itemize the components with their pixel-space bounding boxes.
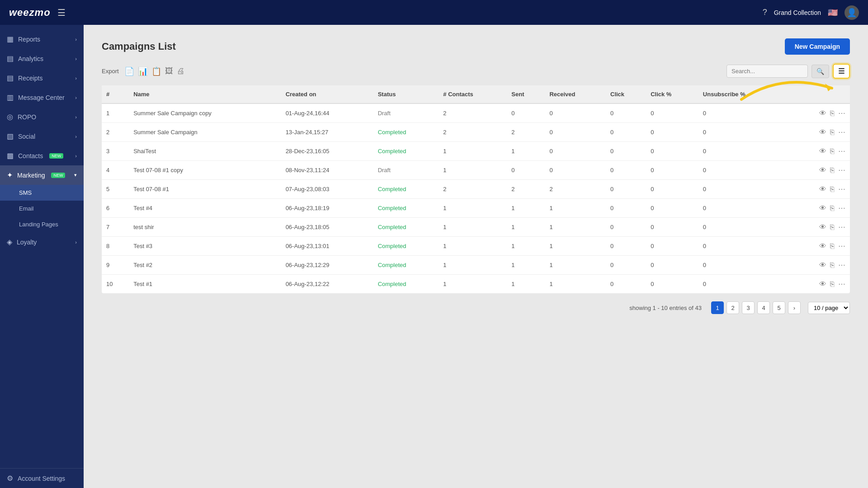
search-button[interactable]: 🔍 [811, 65, 829, 78]
cell-received: 0 [545, 103, 606, 123]
more-icon[interactable]: ⋯ [838, 223, 845, 231]
cell-actions: 👁 ⎘ ⋯ [788, 142, 850, 161]
sidebar-item-label: Social [18, 133, 35, 140]
cell-num: 9 [102, 256, 129, 275]
more-icon[interactable]: ⋯ [838, 204, 845, 212]
copy-icon[interactable]: ⎘ [830, 166, 835, 174]
view-icon[interactable]: 👁 [819, 204, 826, 212]
cell-sent: 1 [507, 256, 545, 275]
view-icon[interactable]: 👁 [819, 109, 826, 117]
more-icon[interactable]: ⋯ [838, 242, 845, 250]
copy-icon[interactable]: ⎘ [830, 204, 835, 212]
cell-contacts: 1 [439, 218, 507, 237]
page-next-btn[interactable]: › [788, 301, 801, 314]
view-icon[interactable]: 👁 [819, 147, 826, 155]
page-btn-3[interactable]: 3 [742, 301, 755, 314]
cell-click: 0 [606, 123, 646, 142]
copy-icon[interactable]: ⎘ [830, 261, 835, 269]
more-icon[interactable]: ⋯ [838, 109, 845, 117]
col-click: Click [606, 85, 646, 103]
cell-name: Test #1 [129, 275, 281, 294]
copy-icon[interactable]: ⎘ [830, 185, 835, 193]
cell-received: 0 [545, 161, 606, 180]
view-icon[interactable]: 👁 [819, 223, 826, 231]
loyalty-icon: ◈ [7, 238, 12, 246]
search-row: 🔍 ☰ [726, 64, 850, 79]
chevron-right-icon: › [75, 114, 77, 120]
sidebar-item-label: Account Settings [18, 475, 65, 482]
user-avatar[interactable]: 👤 [844, 5, 859, 20]
more-icon[interactable]: ⋯ [838, 261, 845, 269]
cell-created: 08-Nov-23,11:24 [281, 161, 373, 180]
more-icon[interactable]: ⋯ [838, 128, 845, 136]
pagination-info: showing 1 - 10 entries of 43 [629, 305, 702, 311]
copy-icon[interactable]: ⎘ [830, 280, 835, 288]
sidebar-sub-item-landing-pages[interactable]: Landing Pages [0, 216, 84, 232]
export-pdf-icon[interactable]: 📄 [124, 66, 134, 76]
copy-icon[interactable]: ⎘ [830, 242, 835, 250]
sidebar-item-message-center[interactable]: ▥ Message Center › [0, 88, 84, 107]
chevron-right-icon: › [75, 75, 77, 81]
cell-click: 0 [606, 256, 646, 275]
export-xls-icon[interactable]: 📊 [138, 66, 148, 76]
view-icon[interactable]: 👁 [819, 242, 826, 250]
sidebar-item-social[interactable]: ▧ Social › [0, 127, 84, 146]
sidebar-item-reports[interactable]: ▦ Reports › [0, 29, 84, 49]
sidebar-sub-item-email[interactable]: Email [0, 201, 84, 216]
export-print-icon[interactable]: 🖨 [177, 66, 185, 76]
cell-num: 5 [102, 180, 129, 199]
table-row: 7 test shir 06-Aug-23,18:05 Completed 1 … [102, 218, 850, 237]
cell-actions: 👁 ⎘ ⋯ [788, 275, 850, 294]
cell-unsub-pct: 0 [698, 123, 788, 142]
copy-icon[interactable]: ⎘ [830, 109, 835, 117]
hamburger-menu[interactable]: ☰ [57, 7, 66, 18]
sidebar-item-marketing[interactable]: ✦ Marketing NEW ▾ [0, 165, 84, 185]
cell-num: 7 [102, 218, 129, 237]
sidebar-item-loyalty[interactable]: ◈ Loyalty › [0, 232, 84, 252]
export-doc-icon[interactable]: 📋 [151, 66, 161, 76]
cell-contacts: 1 [439, 199, 507, 218]
table-row: 2 Summer Sale Campaign 13-Jan-24,15:27 C… [102, 123, 850, 142]
more-icon[interactable]: ⋯ [838, 185, 845, 193]
view-icon[interactable]: 👁 [819, 185, 826, 193]
view-icon[interactable]: 👁 [819, 280, 826, 288]
more-icon[interactable]: ⋯ [838, 166, 845, 174]
help-icon[interactable]: ? [763, 8, 767, 17]
cell-click: 0 [606, 142, 646, 161]
toolbar: Export 📄 📊 📋 🖼 🖨 🔍 ☰ [102, 64, 850, 79]
new-campaign-button[interactable]: New Campaign [785, 38, 850, 55]
per-page-select[interactable]: 10 / page 25 / page 50 / page [808, 302, 850, 314]
page-btn-1[interactable]: 1 [711, 301, 724, 314]
table-row: 3 ShaiTest 28-Dec-23,16:05 Completed 1 1… [102, 142, 850, 161]
copy-icon[interactable]: ⎘ [830, 147, 835, 155]
filter-button[interactable]: ☰ [833, 64, 850, 79]
cell-num: 4 [102, 161, 129, 180]
chevron-down-icon: ▾ [74, 172, 77, 178]
more-icon[interactable]: ⋯ [838, 280, 845, 288]
cell-created: 28-Dec-23,16:05 [281, 142, 373, 161]
cell-contacts: 1 [439, 256, 507, 275]
view-icon[interactable]: 👁 [819, 128, 826, 136]
sidebar-item-contacts[interactable]: ▩ Contacts NEW › [0, 146, 84, 165]
sidebar-item-account-settings[interactable]: ⚙ Account Settings [0, 469, 84, 488]
page-btn-5[interactable]: 5 [773, 301, 785, 314]
cell-click-pct: 0 [646, 199, 698, 218]
view-icon[interactable]: 👁 [819, 261, 826, 269]
copy-icon[interactable]: ⎘ [830, 128, 835, 136]
cell-num: 6 [102, 199, 129, 218]
cell-actions: 👁 ⎘ ⋯ [788, 199, 850, 218]
more-icon[interactable]: ⋯ [838, 147, 845, 155]
copy-icon[interactable]: ⎘ [830, 223, 835, 231]
logo: weezmo [9, 7, 51, 19]
export-img-icon[interactable]: 🖼 [165, 66, 173, 76]
sidebar-item-analytics[interactable]: ▤ Analytics › [0, 49, 84, 68]
sidebar-sub-item-sms[interactable]: SMS [0, 185, 84, 201]
cell-click: 0 [606, 103, 646, 123]
sidebar-item-receipts[interactable]: ▤ Receipts › [0, 68, 84, 88]
sidebar-item-ropo[interactable]: ◎ ROPO › [0, 107, 84, 127]
page-btn-2[interactable]: 2 [726, 301, 739, 314]
page-btn-4[interactable]: 4 [757, 301, 770, 314]
col-received: Received [545, 85, 606, 103]
search-input[interactable] [726, 65, 808, 78]
view-icon[interactable]: 👁 [819, 166, 826, 174]
